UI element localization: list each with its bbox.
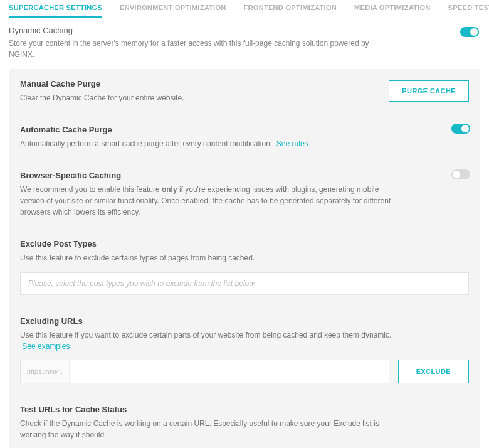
see-rules-link[interactable]: See rules — [276, 139, 308, 148]
exclude-url-prefix: https://ww... — [21, 360, 70, 383]
browser-caching-row: Browser-Specific Caching We recommend yo… — [9, 161, 480, 229]
tabs-bar: SUPERCACHER SETTINGS ENVIRONMENT OPTIMIZ… — [0, 0, 489, 18]
exclude-post-desc: Use this feature to exclude certains typ… — [20, 252, 402, 264]
automatic-purge-title: Automatic Cache Purge — [20, 125, 469, 134]
automatic-purge-toggle[interactable] — [451, 124, 470, 134]
automatic-purge-desc-text: Automatically perform a smart cache purg… — [20, 139, 272, 148]
tab-supercacher[interactable]: SUPERCACHER SETTINGS — [9, 0, 102, 18]
settings-panel: Manual Cache Purge Clear the Dynamic Cac… — [9, 69, 480, 448]
exclude-url-input[interactable] — [70, 360, 388, 383]
see-examples-link[interactable]: See examples — [22, 342, 70, 351]
browser-caching-toggle[interactable] — [451, 169, 470, 179]
dynamic-caching-desc: Store your content in the server's memor… — [9, 38, 385, 60]
excluding-urls-row: Excluding URLs Use this feature if you w… — [9, 306, 480, 395]
browser-desc-1: We recommend you to enable this feature — [20, 185, 162, 194]
tab-frontend[interactable]: FRONTEND OPTIMIZATION — [244, 0, 337, 18]
exclude-post-title: Exclude Post Types — [20, 239, 469, 248]
tab-speed[interactable]: SPEED TEST — [448, 0, 489, 18]
tab-media[interactable]: MEDIA OPTIMIZATION — [354, 0, 431, 18]
test-urls-desc: Check if the Dynamic Cache is working on… — [20, 418, 402, 440]
automatic-purge-desc: Automatically perform a smart cache purg… — [20, 138, 402, 149]
exclude-post-types-row: Exclude Post Types Use this feature to e… — [9, 229, 480, 306]
excluding-urls-desc-text: Use this feature if you want to exclude … — [20, 331, 391, 339]
exclude-url-input-wrap: https://ww... — [20, 360, 389, 383]
dynamic-caching-title: Dynamic Caching — [9, 26, 480, 35]
tab-environment[interactable]: ENVIRONMENT OPTIMIZATION — [120, 0, 226, 18]
exclude-post-types-input[interactable] — [20, 272, 469, 295]
automatic-purge-row: Automatic Cache Purge Automatically perf… — [9, 115, 480, 161]
manual-purge-desc: Clear the Dynamic Cache for your entire … — [20, 92, 402, 104]
excluding-urls-title: Excluding URLs — [20, 316, 469, 326]
browser-caching-title: Browser-Specific Caching — [20, 171, 469, 180]
exclude-button[interactable]: EXCLUDE — [398, 360, 469, 383]
test-urls-title: Test URLs for Cache Status — [20, 405, 469, 414]
browser-caching-desc: We recommend you to enable this feature … — [20, 184, 402, 218]
browser-desc-bold: only — [162, 185, 177, 194]
test-urls-row: Test URLs for Cache Status Check if the … — [9, 395, 480, 448]
manual-purge-row: Manual Cache Purge Clear the Dynamic Cac… — [9, 69, 480, 115]
dynamic-caching-header: Dynamic Caching Store your content in th… — [0, 18, 489, 61]
excluding-urls-desc: Use this feature if you want to exclude … — [20, 329, 402, 352]
dynamic-caching-toggle[interactable] — [460, 27, 479, 37]
purge-cache-button[interactable]: PURGE CACHE — [389, 80, 469, 102]
